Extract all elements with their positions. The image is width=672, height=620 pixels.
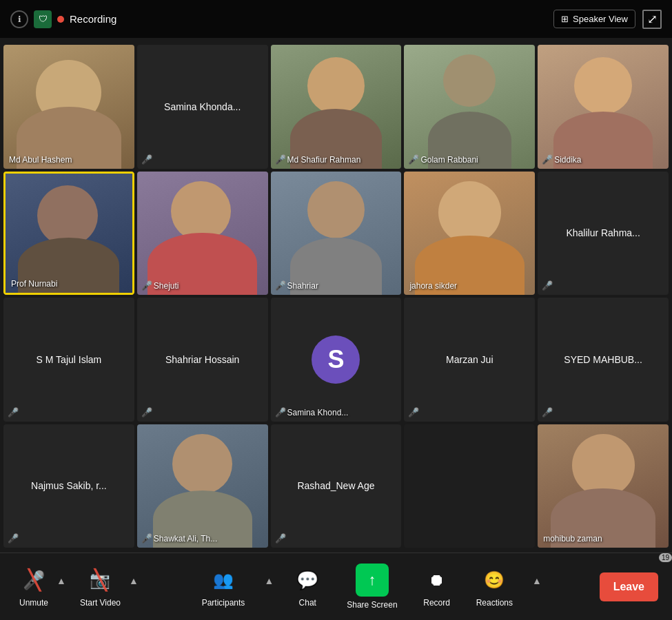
participant-name-p5: Siddika (554, 155, 581, 165)
top-bar: ℹ 🛡 Recording ⊞ Speaker View ⤢ (0, 0, 672, 38)
participants-count: 19 (659, 553, 672, 562)
speaker-view-label: Speaker View (573, 14, 628, 24)
participant-name-p7: Shejuti (154, 281, 179, 291)
participant-name-p13: Samina Khond... (287, 408, 349, 417)
reactions-caret[interactable]: ▲ (532, 575, 542, 586)
recording-dot (57, 16, 64, 23)
recording-label: Recording (70, 13, 116, 25)
video-cell-p8[interactable]: 🎤 Shahriar (271, 172, 402, 296)
participant-name-p16: Najmus Sakib, r... (28, 480, 110, 491)
participant-name-p1: Md Abul Hashem (9, 155, 72, 165)
top-left-controls: ℹ 🛡 Recording (10, 10, 116, 28)
participant-name-p9: jahora sikder (409, 281, 457, 291)
toolbar-right: Leave (600, 572, 658, 601)
share-screen-label: Share Screen (347, 600, 397, 610)
toolbar-center: 👥 19 Participants ▲ 💬 Chat ↑ Share Scree… (196, 560, 542, 613)
video-cell-p6[interactable]: Prof Nurnabi (3, 172, 134, 296)
video-cell-p5[interactable]: 🎤 Siddika (538, 45, 669, 169)
participant-name-p10: Khalilur Rahma... (562, 227, 643, 238)
chat-label: Chat (299, 598, 316, 608)
mute-icon-p18: 🎤 (275, 533, 286, 544)
participant-name-p19: mohibub zaman (543, 534, 602, 544)
mute-icon-p5: 🎤 (542, 154, 553, 165)
shield-icon[interactable]: 🛡 (34, 10, 52, 28)
start-video-label: Start Video (80, 598, 121, 608)
unmute-caret[interactable]: ▲ (57, 575, 66, 586)
mute-icon-p16: 🎤 (8, 533, 19, 544)
mute-icon-p4: 🎤 (408, 154, 419, 165)
mute-icon-p10: 🎤 (542, 280, 553, 291)
participant-name-p12: Shahriar Hossain (162, 354, 243, 365)
start-video-button[interactable]: 📷 ╲ Start Video (74, 562, 126, 611)
participant-name-p14: Marzan Jui (442, 354, 496, 365)
video-cell-p19[interactable]: mohibub zaman (538, 424, 669, 548)
bottom-toolbar: 🎤 ╲ Unmute ▲ 📷 ╲ Start Video ▲ 👥 19 Part… (0, 552, 672, 620)
participant-name-p15: SYED MAHBUB... (560, 354, 646, 365)
participant-name-p17: Shawkat Ali, Th... (154, 534, 218, 544)
video-cell-p11[interactable]: S M Tajul Islam 🎤 (3, 298, 134, 422)
mute-icon-p12: 🎤 (141, 407, 152, 417)
mute-icon-p13: 🎤 (275, 407, 286, 417)
participants-button[interactable]: 👥 19 Participants (196, 562, 251, 611)
mute-icon-p11: 🎤 (8, 407, 19, 417)
video-cell-p10[interactable]: Khalilur Rahma... 🎤 (538, 172, 669, 296)
video-cell-p3[interactable]: 🎤 Md Shafiur Rahman (271, 45, 402, 169)
unmute-button[interactable]: 🎤 ╲ Unmute (14, 562, 54, 611)
unmute-label: Unmute (19, 598, 48, 608)
participant-name-p18: Rashad_New Age (294, 480, 378, 491)
leave-button[interactable]: Leave (600, 572, 658, 601)
video-cell-p16[interactable]: Najmus Sakib, r... 🎤 (3, 424, 134, 548)
mute-icon-p8: 🎤 (275, 280, 286, 291)
avatar-p13: S (312, 335, 360, 384)
info-icon[interactable]: ℹ (10, 10, 28, 28)
mute-icon-p17: 🎤 (141, 533, 152, 544)
speaker-view-icon: ⊞ (561, 14, 569, 24)
record-button[interactable]: ⏺ Record (417, 562, 457, 611)
speaker-view-button[interactable]: ⊞ Speaker View (553, 10, 635, 28)
mute-icon-p15: 🎤 (542, 407, 553, 417)
reactions-label: Reactions (476, 598, 513, 608)
record-label: Record (423, 598, 450, 608)
video-cell-p17[interactable]: 🎤 Shawkat Ali, Th... (137, 424, 268, 548)
video-cell-p15[interactable]: SYED MAHBUB... 🎤 (538, 298, 669, 422)
share-screen-button[interactable]: ↑ Share Screen (341, 560, 403, 613)
participant-name-p4: Golam Rabbani (420, 155, 478, 165)
video-cell-p13[interactable]: S 🎤 Samina Khond... (271, 298, 402, 422)
participant-name-p3: Md Shafiur Rahman (287, 155, 361, 165)
participant-name-p8: Shahriar (287, 281, 318, 291)
participant-name-p2: Samina Khonda... (161, 101, 244, 112)
mute-icon-p14: 🎤 (408, 407, 419, 417)
video-cell-p2[interactable]: Samina Khonda... 🎤 (137, 45, 268, 169)
fullscreen-button[interactable]: ⤢ (642, 10, 662, 29)
video-cell-p9[interactable]: jahora sikder (404, 172, 535, 296)
video-cell-p4[interactable]: 🎤 Golam Rabbani (404, 45, 535, 169)
video-cell-p12[interactable]: Shahriar Hossain 🎤 (137, 298, 268, 422)
video-grid: Md Abul Hashem Samina Khonda... 🎤 🎤 Md S… (0, 41, 672, 551)
participant-name-p6: Prof Nurnabi (11, 279, 57, 289)
video-cell-p14[interactable]: Marzan Jui 🎤 (404, 298, 535, 422)
video-cell-empty1 (404, 424, 535, 548)
mute-icon-p2: 🎤 (141, 154, 152, 165)
video-cell-p7[interactable]: 🎤 Shejuti (137, 172, 268, 296)
mute-icon-p7: 🎤 (141, 280, 152, 291)
mute-icon-p3: 🎤 (275, 154, 286, 165)
top-right-controls: ⊞ Speaker View ⤢ (553, 10, 662, 29)
participants-caret[interactable]: ▲ (264, 575, 274, 586)
chat-button[interactable]: 💬 Chat (287, 562, 327, 611)
video-cell-p1[interactable]: Md Abul Hashem (3, 45, 134, 169)
toolbar-left: 🎤 ╲ Unmute ▲ 📷 ╲ Start Video ▲ (14, 562, 139, 611)
participants-label: Participants (202, 598, 245, 608)
video-caret[interactable]: ▲ (129, 575, 139, 586)
reactions-button[interactable]: 😊 Reactions (471, 562, 518, 611)
video-cell-p18[interactable]: Rashad_New Age 🎤 (271, 424, 402, 548)
participant-name-p11: S M Tajul Islam (33, 354, 105, 365)
